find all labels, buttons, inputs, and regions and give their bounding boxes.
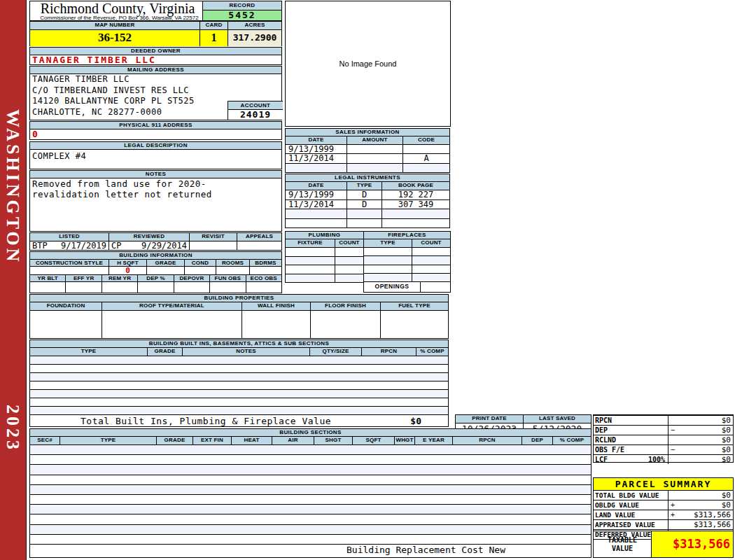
building-replacement-footer: Building Replacement Cost New — [30, 545, 591, 557]
empty-row — [30, 525, 591, 535]
reviewed-by: CP — [111, 241, 121, 251]
empty-row — [30, 475, 591, 485]
empty-row — [286, 248, 363, 257]
bdrms-value — [250, 267, 281, 274]
last-saved-label: LAST SAVED — [524, 415, 591, 423]
col-header: HEAT — [232, 437, 272, 444]
summary-row: TOTAL BLDG VALUE $0 — [594, 491, 733, 500]
instrument-type: D — [347, 190, 382, 200]
col-header: E YEAR — [415, 437, 453, 444]
legal-instruments-table: LEGAL INSTRUMENTS DATE TYPE BOOK PAGE 9/… — [285, 174, 450, 228]
col-header: RPCN — [453, 437, 522, 444]
col-header: ROOMS — [216, 260, 250, 267]
built-ins-total-row: Total Built Ins, Plumbing & Fireplace Va… — [30, 415, 448, 426]
row-label: LCF — [595, 456, 608, 463]
district-vertical-label: WASHINGTON — [2, 109, 23, 265]
appeals-label: APPEALS — [237, 233, 281, 241]
depovr-value — [174, 282, 210, 293]
appeals-value — [237, 241, 281, 251]
row-value: $313,566 — [671, 520, 733, 529]
empty-row — [30, 465, 591, 475]
row-value: $313,566 — [675, 510, 733, 519]
col-header: FIXTURE — [286, 239, 335, 247]
col-header: AIR — [272, 437, 314, 444]
revisit-value — [190, 241, 237, 251]
reviewed-date: 9/29/2014 — [141, 241, 187, 251]
col-header: GRADE — [157, 437, 193, 444]
summary-row: RCLND $0 — [594, 435, 733, 445]
roof-value — [102, 311, 242, 338]
acres-value: 317.2900 — [228, 30, 281, 46]
col-header: BDRMS — [250, 260, 281, 267]
building-sections-title: BUILDING SECTIONS — [30, 429, 591, 437]
empty-row — [286, 164, 449, 172]
legal-instruments-title: LEGAL INSTRUMENTS — [286, 174, 449, 182]
summary-row: OBLDG VALUE +$0 — [594, 500, 733, 510]
col-header: CONSTRUCTION STYLE — [30, 260, 109, 267]
row-value: $0 — [671, 455, 733, 464]
mailing-address-section: MAILING ADDRESS TANAGER TIMBER LLC C/O T… — [29, 66, 282, 120]
summary-row: OBS F/E −$0 — [594, 445, 733, 455]
col-header: DEP — [522, 437, 553, 444]
col-header: DEPOVR — [174, 275, 210, 282]
construction-style-value — [30, 267, 109, 274]
empty-row — [30, 373, 448, 382]
print-date-label: PRINT DATE — [456, 415, 524, 423]
dep-pct-value — [138, 282, 174, 293]
taxable-label-line: VALUE — [612, 545, 633, 553]
cond-value — [185, 267, 216, 274]
county-header: Richmond County, Virginia Commissioner o… — [29, 1, 282, 21]
sales-information-title: SALES INFORMATION — [286, 129, 449, 136]
physical-address-value: 0 — [30, 130, 281, 140]
empty-row — [364, 265, 450, 274]
col-header: SHGT — [314, 437, 353, 444]
empty-row — [286, 265, 363, 274]
row-value: $0 — [675, 426, 733, 435]
visit-history-table: LISTED REVIEWED REVISIT APPEALS BTP 9/17… — [29, 232, 282, 251]
built-ins-total-value: $0 — [410, 416, 421, 426]
building-sections-table: BUILDING SECTIONS SEC# TYPE GRADE EXT FI… — [29, 428, 592, 558]
building-value-summary: BUILDING VALUE SUMMARY RPCN $0 DEP −$0 R… — [593, 414, 734, 463]
summary-row: LCF100% $0 — [594, 455, 733, 464]
empty-row — [30, 495, 591, 505]
col-header: SEC# — [30, 437, 60, 444]
row-label: APPRAISED VALUE — [595, 521, 655, 528]
eff-yr-value — [66, 282, 102, 293]
empty-row — [30, 356, 448, 365]
sale-amount — [347, 145, 403, 153]
sale-date: 11/3/2014 — [286, 154, 347, 162]
map-number-label: MAP NUMBER — [30, 22, 200, 29]
col-header: TYPE — [347, 182, 382, 190]
physical-address-label: PHYSICAL 911 ADDRESS — [30, 122, 281, 130]
notes-section: NOTES Removed from land use for 2020- re… — [29, 170, 282, 232]
page-subtitle: Commissioner of the Revenue, PO Box 366,… — [30, 15, 209, 21]
reviewed-value: CP 9/29/2014 — [109, 241, 190, 251]
empty-row — [30, 390, 448, 398]
instrument-type: D — [347, 200, 382, 209]
summary-row: LAND VALUE +$313,566 — [594, 510, 733, 520]
empty-row — [30, 505, 591, 514]
empty-row — [286, 209, 449, 219]
col-header: AMOUNT — [347, 136, 403, 144]
col-header: COUNT — [335, 239, 363, 247]
instrument-row: 11/3/2014 D 307 349 — [286, 200, 449, 210]
fun-obs-value — [210, 282, 246, 293]
legal-description-value: COMPLEX #4 — [30, 150, 281, 169]
col-header: TYPE — [30, 348, 148, 356]
empty-row — [364, 256, 450, 265]
foundation-value — [30, 311, 102, 338]
empty-row — [286, 219, 449, 228]
empty-row — [30, 365, 448, 373]
tax-year-vertical-label: 2023 — [2, 405, 23, 452]
legal-description-label: LEGAL DESCRIPTION — [30, 142, 281, 150]
card-value: 1 — [200, 30, 228, 46]
row-label: OBS F/E — [595, 446, 624, 454]
empty-row — [30, 514, 591, 524]
property-image-panel: No Image Found — [285, 1, 451, 127]
sales-information-table: SALES INFORMATION DATE AMOUNT CODE 9/13/… — [285, 128, 450, 173]
row-value: $0 — [675, 500, 733, 510]
mailing-line: C/O TIMBERLAND INVEST RES LLC — [30, 85, 281, 97]
empty-row — [364, 274, 450, 282]
col-header: REM YR — [102, 275, 138, 282]
building-properties-title: BUILDING PROPERTIES — [30, 295, 448, 302]
